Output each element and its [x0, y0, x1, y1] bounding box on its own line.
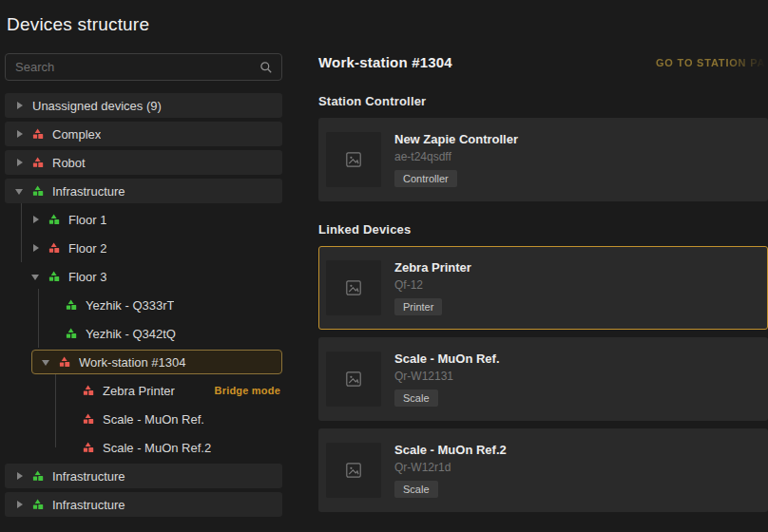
tree-item-scale-muon-ref[interactable]: Scale - MuOn Ref. — [5, 405, 282, 433]
section-heading: Linked Devices — [318, 222, 768, 237]
go-to-station-page-label: GO TO STATION PAGE — [656, 57, 768, 68]
tree-item-unassigned-devices-9[interactable]: Unassigned devices (9) — [5, 91, 282, 120]
red-device-cluster-icon — [48, 242, 60, 254]
device-card-title: Zebra Printer — [394, 260, 471, 276]
device-card-id: Qr-W12r1d — [394, 460, 507, 475]
chevron-right-icon[interactable] — [15, 500, 25, 509]
tree-item-label: Infrastructure — [52, 469, 125, 484]
red-device-cluster-icon — [83, 413, 94, 425]
chevron-right-icon[interactable] — [15, 129, 25, 139]
green-device-cluster-icon — [32, 185, 44, 197]
device-type-badge: Scale — [394, 390, 438, 407]
device-card-title: Scale - MuOn Ref. — [394, 352, 500, 367]
green-device-cluster-icon — [32, 470, 44, 482]
device-card-scale-muon-ref-2[interactable]: Scale - MuOn Ref.2Qr-W12r1dScale — [318, 428, 768, 512]
search-icon — [259, 61, 273, 74]
device-tree: Unassigned devices (9)ComplexRobotInfras… — [5, 91, 282, 519]
chevron-right-icon[interactable] — [31, 243, 41, 253]
tree-item-label: Zebra Printer — [103, 384, 175, 398]
red-device-cluster-icon — [83, 385, 94, 396]
tree-item-label: Unassigned devices (9) — [32, 99, 162, 113]
image-placeholder-icon — [345, 462, 362, 479]
device-thumbnail — [326, 132, 381, 187]
chevron-down-icon[interactable] — [42, 357, 51, 367]
image-placeholder-icon — [345, 279, 362, 296]
tree-item-scale-muon-ref-2[interactable]: Scale - MuOn Ref.2 — [5, 433, 282, 462]
tree-item-infrastructure[interactable]: Infrastructure — [5, 490, 282, 519]
search-box[interactable] — [5, 53, 282, 81]
red-device-cluster-icon — [32, 128, 44, 140]
tree-connector-line — [38, 289, 39, 348]
red-device-cluster-icon — [32, 157, 44, 168]
station-title: Work-station #1304 — [318, 54, 452, 70]
tree-item-label: Infrastructure — [52, 498, 125, 512]
chevron-right-icon[interactable] — [15, 101, 25, 110]
green-device-cluster-icon — [48, 271, 60, 282]
go-to-station-page-link[interactable]: GO TO STATION PAGE — [650, 56, 768, 68]
chevron-right-icon[interactable] — [15, 471, 25, 481]
green-device-cluster-icon — [66, 328, 77, 339]
search-input[interactable] — [6, 60, 259, 74]
green-device-cluster-icon — [66, 299, 77, 311]
red-device-cluster-icon — [83, 442, 94, 453]
device-card-scale-muon-ref[interactable]: Scale - MuOn Ref.Qr-W12131Scale — [318, 337, 768, 421]
tree-item-label: Floor 3 — [68, 270, 106, 284]
tree-item-yezhik-q333rt[interactable]: Yezhik - Q333rT — [5, 291, 282, 319]
device-thumbnail — [326, 352, 381, 407]
device-card-title: Scale - MuOn Ref.2 — [394, 443, 507, 458]
tree-item-zebra-printer[interactable]: Zebra PrinterBridge mode — [5, 376, 282, 405]
tree-item-label: Floor 2 — [68, 241, 106, 256]
section-heading: Station Controller — [318, 94, 768, 108]
tree-connector-line — [21, 203, 22, 262]
tree-item-robot[interactable]: Robot — [5, 148, 282, 177]
tree-connector-line — [55, 374, 56, 447]
device-card-zebra-printer[interactable]: Zebra PrinterQf-12Printer — [318, 246, 768, 330]
green-device-cluster-icon — [32, 499, 44, 510]
device-card-id: Qr-W12131 — [394, 369, 500, 384]
tree-item-label: Complex — [52, 127, 101, 142]
tree-item-floor-3[interactable]: Floor 3 — [5, 262, 282, 291]
section-linked-devices: Linked DevicesZebra PrinterQf-12PrinterS… — [318, 222, 768, 512]
bridge-mode-tag: Bridge mode — [215, 385, 282, 396]
tree-item-label: Scale - MuOn Ref. — [103, 412, 204, 427]
tree-item-label: Floor 1 — [68, 213, 106, 227]
device-type-badge: Scale — [394, 481, 438, 498]
page-title: Devices structure — [7, 14, 149, 35]
tree-item-label: Yezhik - Q342tQ — [86, 327, 176, 341]
panel-sections: Station ControllerNew Zapie Controllerae… — [318, 94, 768, 512]
device-thumbnail — [326, 260, 381, 315]
device-card-title: New Zapie Controller — [394, 132, 518, 147]
tree-item-label: Scale - MuOn Ref.2 — [103, 441, 211, 455]
image-placeholder-icon — [345, 151, 362, 168]
red-device-cluster-icon — [59, 356, 70, 368]
chevron-down-icon[interactable] — [31, 272, 41, 281]
chevron-right-icon[interactable] — [15, 158, 25, 167]
device-type-badge: Printer — [394, 298, 442, 315]
tree-item-label: Infrastructure — [52, 184, 125, 199]
section-station-controller: Station ControllerNew Zapie Controllerae… — [318, 94, 768, 201]
tree-item-label: Robot — [52, 156, 86, 170]
tree-item-yezhik-q342tq[interactable]: Yezhik - Q342tQ — [5, 319, 282, 348]
tree-item-infrastructure[interactable]: Infrastructure — [5, 462, 282, 490]
green-device-cluster-icon — [48, 214, 60, 225]
device-card-id: Qf-12 — [394, 277, 471, 293]
device-type-badge: Controller — [394, 170, 457, 187]
tree-item-work-station-1304[interactable]: Work-station #1304 — [5, 348, 282, 376]
device-thumbnail — [326, 443, 381, 498]
tree-item-label: Yezhik - Q333rT — [86, 298, 174, 313]
tree-item-floor-2[interactable]: Floor 2 — [5, 234, 282, 262]
station-panel: Work-station #1304 GO TO STATION PAGE St… — [318, 0, 768, 520]
device-card-id: ae-t24qsdff — [394, 149, 518, 164]
tree-item-complex[interactable]: Complex — [5, 120, 282, 148]
tree-item-label: Work-station #1304 — [79, 355, 186, 370]
chevron-right-icon[interactable] — [31, 215, 41, 224]
chevron-down-icon[interactable] — [15, 186, 25, 196]
device-card-new-zapie-controller[interactable]: New Zapie Controllerae-t24qsdffControlle… — [318, 118, 768, 201]
tree-item-infrastructure[interactable]: Infrastructure — [5, 177, 282, 205]
tree-item-floor-1[interactable]: Floor 1 — [5, 205, 282, 234]
image-placeholder-icon — [345, 370, 362, 388]
